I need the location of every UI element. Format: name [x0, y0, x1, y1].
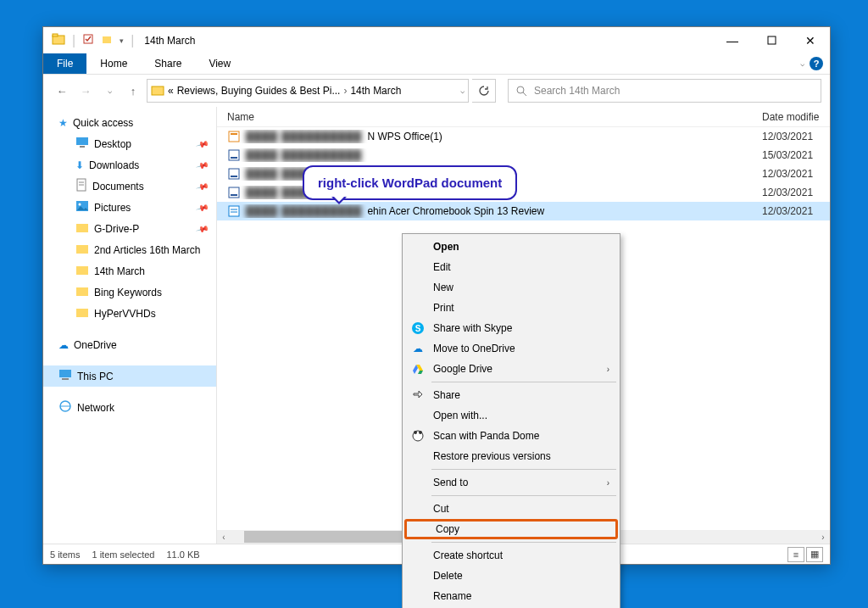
up-button[interactable]: ↑ [123, 81, 143, 101]
ctx-skype[interactable]: SShare with Skype [404, 318, 618, 338]
ctx-new[interactable]: New [404, 277, 618, 298]
separator [431, 542, 616, 543]
chevron-right-icon: › [607, 478, 609, 488]
sidebar-item-gdrive[interactable]: G-Drive-P📌 [43, 218, 216, 239]
file-name-suffix: ehin Acer Chromebook Spin 13 Review [367, 205, 544, 217]
view-icons-button[interactable]: ▦ [806, 547, 823, 562]
svg-rect-27 [231, 157, 237, 159]
sidebar-item-downloads[interactable]: ⬇Downloads📌 [43, 154, 216, 176]
file-name-blurred: ████ ██████████ [246, 149, 362, 161]
search-input[interactable]: Search 14th March [508, 79, 821, 103]
ctx-delete[interactable]: Delete [404, 566, 618, 586]
svg-rect-28 [229, 169, 239, 179]
scroll-left-icon[interactable]: ‹ [217, 533, 231, 542]
history-dropdown[interactable]: ⌵ [99, 81, 120, 101]
sidebar-item-folder[interactable]: 14th March [43, 260, 216, 282]
sidebar-network[interactable]: Network [43, 397, 216, 418]
ctx-share[interactable]: Share [404, 385, 618, 405]
address-box[interactable]: « Reviews, Buying Guides & Best Pi... › … [147, 79, 469, 103]
sidebar-item-pictures[interactable]: Pictures📌 [43, 197, 216, 218]
refresh-button[interactable] [472, 79, 496, 103]
help-icon[interactable]: ? [810, 57, 823, 70]
qat-icon[interactable] [82, 33, 94, 48]
close-button[interactable]: ✕ [791, 27, 830, 53]
ctx-print[interactable]: Print [404, 298, 618, 318]
ctx-rename[interactable]: Rename [404, 586, 618, 606]
file-icon [227, 130, 241, 143]
pin-icon: 📌 [196, 201, 209, 215]
context-menu: Open Edit New Print SShare with Skype ☁M… [402, 233, 620, 608]
qat-folder-icon[interactable] [101, 33, 113, 48]
svg-rect-30 [229, 187, 239, 198]
svg-marker-38 [418, 371, 423, 374]
file-icon [227, 167, 241, 181]
sidebar-item-folder[interactable]: HyPerVVHDs [43, 303, 216, 324]
ctx-open[interactable]: Open [404, 237, 618, 257]
separator [431, 495, 616, 496]
pin-icon: 📌 [196, 222, 209, 236]
ctx-panda[interactable]: Scan with Panda Dome [404, 426, 618, 446]
svg-rect-17 [76, 266, 88, 275]
pc-icon [58, 369, 72, 383]
folder-icon [151, 83, 164, 99]
download-icon: ⬇ [75, 159, 84, 171]
svg-rect-4 [768, 36, 776, 44]
address-dropdown-icon[interactable]: ⌵ [460, 86, 465, 95]
sidebar-item-documents[interactable]: Documents📌 [43, 176, 216, 197]
column-name[interactable]: Name [217, 107, 762, 126]
svg-rect-25 [231, 133, 237, 135]
file-row[interactable]: ████ ██████████15/03/2021 [217, 146, 830, 165]
maximize-button[interactable] [752, 27, 791, 53]
ctx-openwith[interactable]: Open with... [404, 405, 618, 426]
folder-icon [75, 221, 89, 236]
ctx-restore[interactable]: Restore previous versions [404, 446, 618, 466]
back-button[interactable]: ← [52, 81, 72, 101]
star-icon: ★ [58, 117, 68, 129]
status-selected: 1 item selected [92, 549, 154, 560]
file-date: 12/03/2021 [762, 205, 830, 217]
qat-dropdown-icon[interactable]: ▾ [120, 36, 124, 45]
file-date: 12/03/2021 [762, 187, 830, 198]
sidebar-onedrive[interactable]: ☁OneDrive [43, 334, 216, 355]
tab-home[interactable]: Home [86, 53, 141, 74]
ribbon-chevron-icon[interactable]: ⌵ [800, 59, 804, 68]
folder-icon [75, 264, 89, 278]
column-date[interactable]: Date modifie [762, 107, 830, 126]
file-row[interactable]: ████ ██████████ehin Acer Chromebook Spin… [217, 202, 830, 220]
file-date: 12/03/2021 [762, 131, 830, 142]
tab-file[interactable]: File [43, 53, 86, 74]
ctx-edit[interactable]: Edit [404, 257, 618, 277]
folder-icon [75, 285, 89, 299]
ctx-gdrive[interactable]: Google Drive› [404, 359, 618, 379]
svg-rect-18 [76, 287, 88, 296]
view-details-button[interactable]: ≡ [787, 547, 804, 562]
chevron-right-icon[interactable]: › [343, 85, 347, 97]
ctx-cut[interactable]: Cut [404, 499, 618, 519]
breadcrumb-seg[interactable]: 14th March [350, 85, 401, 97]
breadcrumb-seg[interactable]: Reviews, Buying Guides & Best Pi... [177, 85, 341, 97]
sidebar-item-folder[interactable]: 2nd Articles 16th March [43, 239, 216, 260]
pin-icon: 📌 [196, 180, 209, 193]
sidebar-thispc[interactable]: This PC [43, 365, 216, 387]
titlebar: | ▾ | 14th March — ✕ [43, 27, 830, 53]
sidebar-item-desktop[interactable]: Desktop📌 [43, 133, 216, 154]
ctx-onedrive[interactable]: ☁Move to OneDrive [404, 338, 618, 359]
file-icon [227, 186, 241, 199]
file-row[interactable]: ████ ██████████N WPS Office(1)12/03/2021 [217, 127, 830, 146]
ctx-copy[interactable]: Copy [404, 519, 618, 539]
tab-view[interactable]: View [195, 53, 244, 74]
skype-icon: S [411, 321, 425, 335]
ctx-shortcut[interactable]: Create shortcut [404, 545, 618, 566]
ctx-sendto[interactable]: Send to› [404, 472, 618, 493]
minimize-button[interactable]: — [713, 27, 752, 53]
scroll-right-icon[interactable]: › [816, 533, 830, 542]
svg-rect-31 [231, 194, 237, 196]
sidebar-quick-access[interactable]: ★Quick access [43, 112, 216, 133]
forward-button[interactable]: → [75, 81, 96, 101]
tab-share[interactable]: Share [141, 53, 195, 74]
svg-rect-26 [229, 150, 239, 160]
svg-rect-5 [152, 86, 164, 95]
separator [431, 382, 616, 382]
picture-icon [75, 200, 89, 215]
sidebar-item-folder[interactable]: Bing Keywords [43, 282, 216, 303]
